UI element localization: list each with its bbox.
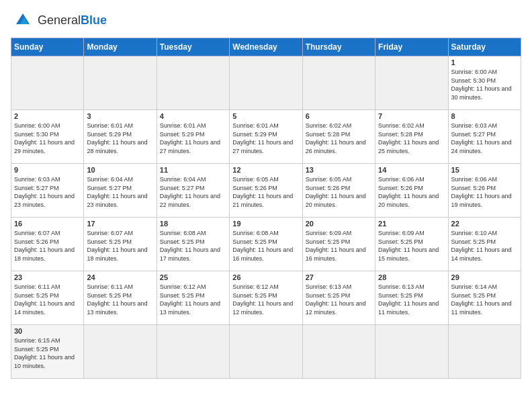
day-info: Sunrise: 6:00 AM Sunset: 5:30 PM Dayligh… [451, 68, 518, 101]
day-number: 26 [232, 273, 299, 281]
calendar-cell-empty [84, 56, 157, 110]
weekday-header-wednesday: Wednesday [230, 38, 302, 56]
calendar-cell-23: 23Sunrise: 6:11 AM Sunset: 5:25 PM Dayli… [11, 271, 84, 325]
day-info: Sunrise: 6:00 AM Sunset: 5:30 PM Dayligh… [14, 122, 81, 155]
logo: GeneralBlue [11, 11, 107, 30]
day-number: 16 [14, 220, 81, 228]
calendar-cell-empty [302, 56, 375, 110]
day-number: 15 [451, 166, 518, 174]
day-number: 17 [87, 220, 153, 228]
day-info: Sunrise: 6:01 AM Sunset: 5:29 PM Dayligh… [87, 122, 153, 155]
week-row-2: 2Sunrise: 6:00 AM Sunset: 5:30 PM Daylig… [11, 110, 521, 164]
day-number: 10 [87, 166, 153, 174]
logo-text: GeneralBlue [38, 13, 107, 28]
calendar-cell-6: 6Sunrise: 6:02 AM Sunset: 5:28 PM Daylig… [302, 110, 375, 164]
calendar-cell-12: 12Sunrise: 6:05 AM Sunset: 5:26 PM Dayli… [230, 164, 302, 218]
calendar-cell-empty [375, 325, 448, 379]
day-number: 20 [306, 220, 372, 228]
day-info: Sunrise: 6:12 AM Sunset: 5:25 PM Dayligh… [160, 283, 226, 316]
day-info: Sunrise: 6:07 AM Sunset: 5:25 PM Dayligh… [87, 229, 153, 263]
weekday-header-thursday: Thursday [302, 38, 375, 56]
weekday-header-friday: Friday [375, 38, 448, 56]
day-info: Sunrise: 6:03 AM Sunset: 5:27 PM Dayligh… [14, 175, 81, 209]
weekday-header-sunday: Sunday [11, 38, 84, 56]
day-number: 18 [160, 220, 226, 228]
calendar: SundayMondayTuesdayWednesdayThursdayFrid… [11, 38, 521, 379]
day-info: Sunrise: 6:05 AM Sunset: 5:26 PM Dayligh… [232, 175, 299, 209]
week-row-6: 30Sunrise: 6:15 AM Sunset: 5:25 PM Dayli… [11, 325, 521, 379]
day-info: Sunrise: 6:06 AM Sunset: 5:26 PM Dayligh… [451, 175, 518, 209]
weekday-header-saturday: Saturday [448, 38, 521, 56]
day-info: Sunrise: 6:15 AM Sunset: 5:25 PM Dayligh… [14, 336, 81, 370]
calendar-cell-empty [448, 325, 521, 379]
day-number: 25 [160, 273, 226, 281]
calendar-cell-7: 7Sunrise: 6:02 AM Sunset: 5:28 PM Daylig… [375, 110, 448, 164]
calendar-cell-19: 19Sunrise: 6:08 AM Sunset: 5:25 PM Dayli… [230, 218, 302, 271]
calendar-cell-25: 25Sunrise: 6:12 AM Sunset: 5:25 PM Dayli… [157, 271, 229, 325]
day-info: Sunrise: 6:13 AM Sunset: 5:25 PM Dayligh… [306, 283, 372, 316]
calendar-cell-10: 10Sunrise: 6:04 AM Sunset: 5:27 PM Dayli… [84, 164, 157, 218]
calendar-cell-4: 4Sunrise: 6:01 AM Sunset: 5:29 PM Daylig… [157, 110, 229, 164]
calendar-cell-empty [375, 56, 448, 110]
day-number: 19 [232, 220, 299, 228]
day-number: 28 [378, 273, 445, 281]
week-row-1: 1Sunrise: 6:00 AM Sunset: 5:30 PM Daylig… [11, 56, 521, 110]
calendar-cell-3: 3Sunrise: 6:01 AM Sunset: 5:29 PM Daylig… [84, 110, 157, 164]
calendar-cell-22: 22Sunrise: 6:10 AM Sunset: 5:25 PM Dayli… [448, 218, 521, 271]
calendar-cell-11: 11Sunrise: 6:04 AM Sunset: 5:27 PM Dayli… [157, 164, 229, 218]
day-number: 24 [87, 273, 153, 281]
week-row-3: 9Sunrise: 6:03 AM Sunset: 5:27 PM Daylig… [11, 164, 521, 218]
day-number: 23 [14, 273, 81, 281]
day-info: Sunrise: 6:01 AM Sunset: 5:29 PM Dayligh… [160, 122, 226, 155]
day-info: Sunrise: 6:02 AM Sunset: 5:28 PM Dayligh… [306, 122, 372, 155]
day-number: 12 [232, 166, 299, 174]
day-number: 6 [306, 112, 372, 120]
calendar-cell-empty [230, 325, 302, 379]
calendar-cell-26: 26Sunrise: 6:12 AM Sunset: 5:25 PM Dayli… [230, 271, 302, 325]
calendar-cell-5: 5Sunrise: 6:01 AM Sunset: 5:29 PM Daylig… [230, 110, 302, 164]
day-number: 1 [451, 58, 518, 66]
calendar-cell-27: 27Sunrise: 6:13 AM Sunset: 5:25 PM Dayli… [302, 271, 375, 325]
calendar-cell-empty [157, 325, 229, 379]
day-info: Sunrise: 6:01 AM Sunset: 5:29 PM Dayligh… [232, 122, 299, 155]
day-info: Sunrise: 6:11 AM Sunset: 5:25 PM Dayligh… [87, 283, 153, 316]
day-number: 21 [378, 220, 445, 228]
day-number: 22 [451, 220, 518, 228]
day-info: Sunrise: 6:03 AM Sunset: 5:27 PM Dayligh… [451, 122, 518, 155]
day-number: 27 [306, 273, 372, 281]
day-number: 8 [451, 112, 518, 120]
calendar-cell-empty [157, 56, 229, 110]
week-row-5: 23Sunrise: 6:11 AM Sunset: 5:25 PM Dayli… [11, 271, 521, 325]
day-info: Sunrise: 6:10 AM Sunset: 5:25 PM Dayligh… [451, 229, 518, 263]
calendar-cell-empty [11, 56, 84, 110]
weekday-header-row: SundayMondayTuesdayWednesdayThursdayFrid… [11, 38, 521, 56]
day-number: 11 [160, 166, 226, 174]
calendar-cell-empty [84, 325, 157, 379]
day-info: Sunrise: 6:05 AM Sunset: 5:26 PM Dayligh… [306, 175, 372, 209]
calendar-cell-1: 1Sunrise: 6:00 AM Sunset: 5:30 PM Daylig… [448, 56, 521, 110]
day-number: 7 [378, 112, 445, 120]
day-info: Sunrise: 6:04 AM Sunset: 5:27 PM Dayligh… [87, 175, 153, 209]
logo-icon [11, 11, 35, 30]
weekday-header-monday: Monday [84, 38, 157, 56]
calendar-cell-16: 16Sunrise: 6:07 AM Sunset: 5:26 PM Dayli… [11, 218, 84, 271]
day-info: Sunrise: 6:06 AM Sunset: 5:26 PM Dayligh… [378, 175, 445, 209]
calendar-cell-30: 30Sunrise: 6:15 AM Sunset: 5:25 PM Dayli… [11, 325, 84, 379]
day-number: 30 [14, 327, 81, 335]
calendar-cell-15: 15Sunrise: 6:06 AM Sunset: 5:26 PM Dayli… [448, 164, 521, 218]
day-info: Sunrise: 6:04 AM Sunset: 5:27 PM Dayligh… [160, 175, 226, 209]
weekday-header-tuesday: Tuesday [157, 38, 229, 56]
day-number: 5 [232, 112, 299, 120]
week-row-4: 16Sunrise: 6:07 AM Sunset: 5:26 PM Dayli… [11, 218, 521, 271]
calendar-cell-empty [230, 56, 302, 110]
calendar-cell-14: 14Sunrise: 6:06 AM Sunset: 5:26 PM Dayli… [375, 164, 448, 218]
day-info: Sunrise: 6:13 AM Sunset: 5:25 PM Dayligh… [378, 283, 445, 316]
day-number: 4 [160, 112, 226, 120]
day-number: 13 [306, 166, 372, 174]
day-info: Sunrise: 6:09 AM Sunset: 5:25 PM Dayligh… [306, 229, 372, 263]
calendar-cell-17: 17Sunrise: 6:07 AM Sunset: 5:25 PM Dayli… [84, 218, 157, 271]
day-info: Sunrise: 6:14 AM Sunset: 5:25 PM Dayligh… [451, 283, 518, 316]
day-number: 14 [378, 166, 445, 174]
calendar-cell-18: 18Sunrise: 6:08 AM Sunset: 5:25 PM Dayli… [157, 218, 229, 271]
calendar-cell-24: 24Sunrise: 6:11 AM Sunset: 5:25 PM Dayli… [84, 271, 157, 325]
